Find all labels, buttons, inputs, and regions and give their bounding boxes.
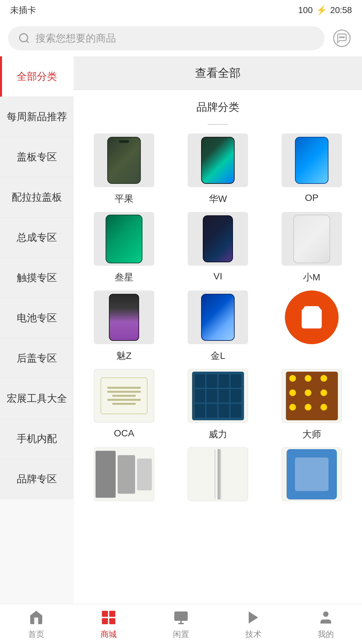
brand-item-cart[interactable]	[268, 290, 355, 362]
message-button[interactable]	[330, 26, 354, 50]
xiaomi-label: 小M	[303, 271, 320, 284]
brand-item-xiaomi[interactable]: 小M	[268, 212, 355, 284]
brand-item-oca[interactable]: OCA	[80, 369, 168, 441]
nav-label-shop: 商城	[101, 629, 117, 640]
apple-image	[94, 133, 154, 187]
cart-button[interactable]	[285, 290, 339, 344]
shop-icon	[100, 609, 117, 626]
dashi-image	[282, 369, 342, 423]
brand-grid-row1: 平果 华W OP	[80, 130, 355, 209]
sidebar-item-touch[interactable]: 触摸专区	[0, 258, 74, 298]
cart-icon	[298, 304, 325, 331]
sidebar-item-backcover[interactable]: 后盖专区	[0, 338, 74, 378]
nav-label-home: 首页	[28, 629, 44, 640]
brand-item-weili[interactable]: 威力	[174, 369, 261, 441]
home-icon	[27, 609, 45, 626]
nav-item-mine[interactable]: 我的	[296, 609, 356, 640]
sidebar-item-peilala[interactable]: 配拉拉盖板	[0, 177, 74, 217]
nav-label-tech: 技术	[245, 629, 261, 640]
sidebar-label-weekly: 每周新品推荐	[7, 110, 67, 124]
brand-item-op[interactable]: OP	[268, 133, 355, 205]
jinl-label: 金L	[210, 350, 225, 362]
divider	[208, 124, 228, 125]
xiaomi-image	[282, 212, 342, 266]
sidebar-item-battery[interactable]: 电池专区	[0, 298, 74, 338]
jinl-image	[188, 290, 248, 344]
svg-point-11	[323, 611, 328, 617]
view-all-button[interactable]: 查看全部	[74, 56, 362, 90]
nav-item-tech[interactable]: 技术	[223, 609, 284, 640]
svg-rect-5	[102, 611, 108, 617]
weili-image	[188, 369, 248, 423]
battery-level: 100	[298, 5, 313, 15]
meizu-image	[94, 290, 154, 344]
sidebar-item-inner[interactable]: 手机内配	[0, 419, 74, 459]
brand-grid-tools: OCA	[80, 366, 355, 444]
brand-grid-row3: 魅Z 金L	[80, 287, 355, 366]
brand-item-panels[interactable]	[80, 447, 168, 506]
sidebar-label-tools: 宏展工具大全	[7, 392, 67, 406]
status-left: 未插卡	[10, 4, 36, 16]
panels-image	[94, 447, 154, 501]
weili-label: 威力	[208, 428, 227, 441]
nav-item-shop[interactable]: 商城	[78, 609, 139, 640]
sidebar-item-tools[interactable]: 宏展工具大全	[0, 378, 74, 419]
brand-item-jinl[interactable]: 金L	[174, 290, 261, 362]
brand-item-meizu[interactable]: 魅Z	[80, 290, 168, 362]
brand-item-samsung[interactable]: 叁星	[80, 212, 168, 284]
nav-label-idle: 闲置	[173, 629, 189, 640]
search-input-wrap[interactable]: 搜索您想要的商品	[8, 26, 324, 50]
brand-item-tube[interactable]	[174, 447, 261, 506]
svg-rect-6	[109, 611, 115, 617]
sidebar-item-all[interactable]: 全部分类	[0, 56, 74, 97]
meizu-label: 魅Z	[116, 350, 131, 362]
bolt-icon: ⚡	[316, 5, 327, 15]
mine-icon	[317, 609, 335, 626]
op-image	[282, 133, 342, 187]
svg-point-2	[342, 37, 343, 38]
svg-point-3	[343, 37, 344, 38]
op-label: OP	[305, 193, 318, 203]
oca-image	[94, 369, 154, 423]
message-icon	[333, 30, 351, 47]
time-display: 20:58	[330, 5, 352, 15]
sidebar: 全部分类 每周新品推荐 盖板专区 配拉拉盖板 总成专区 触摸专区 电池专区 后盖…	[0, 56, 74, 620]
tech-icon	[245, 609, 262, 626]
brand-item-huawei[interactable]: 华W	[174, 133, 261, 205]
vi-image	[188, 212, 248, 266]
content-area: 查看全部 品牌分类 平果 华W	[74, 56, 362, 620]
brand-item-bluesq[interactable]	[268, 447, 355, 506]
samsung-image	[94, 212, 154, 266]
sidebar-label-assembly: 总成专区	[17, 231, 57, 245]
sidebar-item-cover[interactable]: 盖板专区	[0, 137, 74, 177]
search-placeholder: 搜索您想要的商品	[36, 32, 116, 45]
status-right: 100 ⚡ 20:58	[298, 5, 352, 15]
sidebar-label-peilala: 配拉拉盖板	[12, 191, 62, 204]
svg-rect-7	[102, 618, 108, 624]
sidebar-item-weekly[interactable]: 每周新品推荐	[0, 97, 74, 137]
brand-grid-row2: 叁星 VI 小M	[80, 209, 355, 287]
huawei-image	[188, 133, 248, 187]
nav-item-home[interactable]: 首页	[6, 609, 66, 640]
brand-item-apple[interactable]: 平果	[80, 133, 168, 205]
sidebar-item-assembly[interactable]: 总成专区	[0, 217, 74, 258]
search-icon	[18, 32, 30, 44]
svg-point-0	[20, 34, 28, 42]
brand-item-vi[interactable]: VI	[174, 212, 261, 284]
sidebar-item-brand[interactable]: 品牌专区	[0, 459, 74, 499]
sidebar-label-touch: 触摸专区	[17, 271, 57, 285]
vi-label: VI	[214, 271, 222, 282]
dashi-label: 大师	[302, 428, 321, 441]
view-all-label: 查看全部	[195, 65, 241, 81]
svg-rect-8	[109, 618, 115, 624]
nav-label-mine: 我的	[318, 629, 334, 640]
brand-item-dashi[interactable]: 大师	[268, 369, 355, 441]
brand-title: 品牌分类	[80, 90, 355, 121]
sidebar-label-brand: 品牌专区	[17, 472, 57, 486]
nav-item-idle[interactable]: 闲置	[151, 609, 211, 640]
main-layout: 全部分类 每周新品推荐 盖板专区 配拉拉盖板 总成专区 触摸专区 电池专区 后盖…	[0, 56, 362, 620]
sidebar-label-inner: 手机内配	[17, 432, 57, 446]
svg-point-1	[340, 37, 341, 38]
huawei-label: 华W	[209, 193, 227, 205]
bottom-nav: 首页 商城 闲置 技术	[0, 604, 362, 644]
